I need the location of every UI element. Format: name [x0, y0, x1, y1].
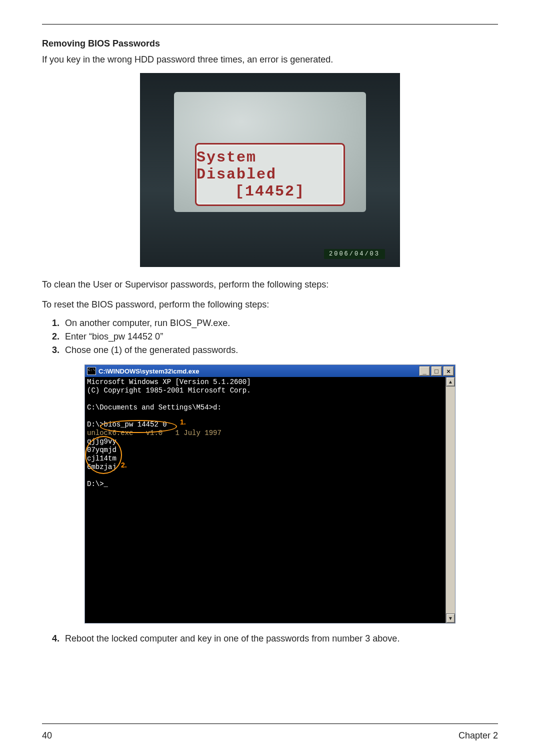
steps-list-a: On another computer, run BIOS_PW.exe. En…: [42, 318, 498, 356]
paragraph-clean: To clean the User or Supervisor password…: [42, 278, 498, 291]
chapter-label: Chapter 2: [458, 730, 498, 741]
cmd-scrollbar[interactable]: ▲ ▼: [446, 377, 455, 623]
page-footer: 40 Chapter 2: [42, 730, 498, 741]
scroll-track[interactable]: [446, 386, 455, 614]
step-3: Chose one (1) of the generated passwords…: [62, 345, 498, 356]
cmd-titlebar: C:\WINDOWS\system32\cmd.exe _ □ ×: [85, 365, 455, 377]
figure-cmd-window: C:\WINDOWS\system32\cmd.exe _ □ × Micros…: [84, 364, 456, 624]
section-heading: Removing BIOS Passwords: [42, 38, 498, 49]
callout-label-1: 1.: [180, 418, 186, 426]
step-2: Enter “bios_pw 14452 0”: [62, 332, 498, 342]
callout-ellipse-2: [85, 436, 122, 474]
steps-list-b: Reboot the locked computer and key in on…: [42, 634, 498, 644]
top-rule: [42, 24, 498, 24]
cmd-body: Microsoft Windows XP [Version 5.1.2600] …: [85, 377, 455, 623]
intro-paragraph: If you key in the wrong HDD password thr…: [42, 53, 498, 66]
photo-datestamp: 2006/04/03: [324, 249, 385, 259]
close-button[interactable]: ×: [443, 366, 454, 376]
maximize-button[interactable]: □: [431, 366, 442, 376]
dialog-line1: System Disabled: [196, 149, 344, 183]
minimize-button[interactable]: _: [419, 366, 430, 376]
dialog-line2: [14452]: [235, 183, 305, 200]
cmd-line: (C) Copyright 1985-2001 Microsoft Corp.: [87, 386, 251, 394]
cmd-title-text: C:\WINDOWS\system32\cmd.exe: [98, 368, 418, 375]
scroll-down-button[interactable]: ▼: [446, 614, 455, 623]
step-4: Reboot the locked computer and key in on…: [62, 634, 498, 644]
cmd-text-area: Microsoft Windows XP [Version 5.1.2600] …: [85, 377, 446, 623]
cmd-line: Microsoft Windows XP [Version 5.1.2600]: [87, 378, 251, 386]
page-number: 40: [42, 730, 52, 741]
document-page: Removing BIOS Passwords If you key in th…: [0, 0, 540, 756]
cmd-line: C:\Documents and Settings\M54>d:: [87, 404, 222, 412]
figure-system-disabled: System Disabled [14452] 2006/04/03: [140, 73, 400, 267]
callout-label-2: 2.: [121, 461, 127, 470]
scroll-up-button[interactable]: ▲: [446, 377, 455, 386]
cmd-icon: [87, 367, 96, 375]
step-1: On another computer, run BIOS_PW.exe.: [62, 318, 498, 328]
paragraph-reset: To reset the BIOS password, perform the …: [42, 298, 498, 311]
system-disabled-dialog: System Disabled [14452]: [195, 143, 345, 206]
cmd-line: D:\>_: [87, 480, 108, 488]
bottom-rule: [42, 724, 498, 724]
